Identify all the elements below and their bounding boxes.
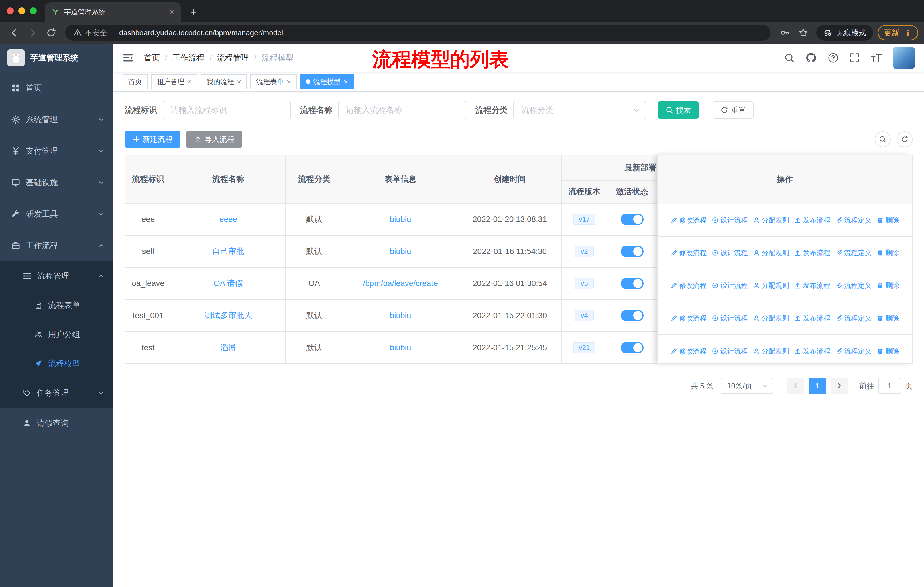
active-toggle[interactable] bbox=[621, 342, 644, 354]
sidebar-item-process-model[interactable]: 流程模型 bbox=[0, 349, 114, 378]
modify-process-link[interactable]: 修改流程 bbox=[670, 215, 706, 225]
modify-process-link[interactable]: 修改流程 bbox=[670, 248, 706, 257]
modify-process-link[interactable]: 修改流程 bbox=[670, 347, 706, 356]
sidebar-item-workflow[interactable]: 工作流程 bbox=[0, 230, 114, 261]
modify-process-link[interactable]: 修改流程 bbox=[670, 314, 706, 323]
form-info-link[interactable]: biubiu bbox=[390, 247, 411, 256]
publish-process-link[interactable]: 发布流程 bbox=[794, 347, 830, 356]
category-select[interactable]: 流程分类 bbox=[513, 101, 646, 119]
search-icon[interactable] bbox=[784, 53, 795, 63]
browser-menu-icon[interactable]: ⋮ bbox=[904, 28, 912, 38]
close-icon[interactable]: × bbox=[286, 78, 291, 85]
process-definition-link[interactable]: 流程定义 bbox=[835, 314, 871, 323]
sidebar-item-payment[interactable]: 支付管理 bbox=[0, 135, 114, 167]
process-name-link[interactable]: eeee bbox=[219, 215, 237, 223]
breadcrumb-home[interactable]: 首页 bbox=[144, 53, 160, 63]
tag-tenant-management[interactable]: 租户管理 × bbox=[151, 74, 197, 89]
page-size-select[interactable]: 10条/页 bbox=[721, 378, 773, 394]
page-number-button[interactable]: 1 bbox=[809, 378, 826, 394]
process-name-input[interactable] bbox=[338, 101, 466, 119]
fullscreen-icon[interactable] bbox=[850, 53, 860, 63]
assign-rule-link[interactable]: 分配规则 bbox=[753, 215, 789, 225]
active-toggle[interactable] bbox=[621, 278, 644, 289]
sidebar-item-infrastructure[interactable]: 基础设施 bbox=[0, 167, 114, 198]
close-icon[interactable]: × bbox=[187, 78, 191, 85]
create-process-button[interactable]: 新建流程 bbox=[125, 131, 180, 148]
process-name-link[interactable]: 测试多审批人 bbox=[204, 311, 252, 320]
active-toggle[interactable] bbox=[621, 246, 644, 257]
user-avatar[interactable] bbox=[893, 47, 915, 69]
font-size-icon[interactable] bbox=[871, 53, 882, 63]
form-info-link[interactable]: biubiu bbox=[390, 343, 411, 352]
delete-link[interactable]: 删除 bbox=[877, 347, 899, 356]
reset-button[interactable]: 重置 bbox=[713, 101, 754, 119]
design-process-link[interactable]: 设计流程 bbox=[712, 314, 748, 323]
process-id-input[interactable] bbox=[163, 101, 291, 119]
sidebar-item-user-group[interactable]: 用户分组 bbox=[0, 320, 114, 349]
assign-rule-link[interactable]: 分配规则 bbox=[753, 347, 789, 356]
process-definition-link[interactable]: 流程定义 bbox=[835, 347, 871, 356]
sidebar-item-leave-query[interactable]: 请假查询 bbox=[0, 408, 114, 439]
publish-process-link[interactable]: 发布流程 bbox=[794, 248, 830, 257]
process-definition-link[interactable]: 流程定义 bbox=[835, 215, 871, 225]
active-toggle[interactable] bbox=[621, 310, 644, 321]
publish-process-link[interactable]: 发布流程 bbox=[794, 314, 830, 323]
assign-rule-link[interactable]: 分配规则 bbox=[753, 314, 789, 323]
process-definition-link[interactable]: 流程定义 bbox=[835, 281, 871, 290]
minimize-window-button[interactable] bbox=[18, 7, 25, 14]
modify-process-link[interactable]: 修改流程 bbox=[670, 281, 706, 290]
address-bar[interactable]: 不安全 dashboard.yudao.iocoder.cn/bpm/manag… bbox=[65, 25, 771, 41]
sidebar-item-process-form[interactable]: 流程表单 bbox=[0, 291, 114, 320]
sidebar-item-devtools[interactable]: 研发工具 bbox=[0, 198, 114, 230]
back-icon[interactable] bbox=[6, 24, 23, 41]
browser-tab[interactable]: 芋道管理系统 × bbox=[45, 2, 181, 22]
maximize-window-button[interactable] bbox=[30, 7, 37, 14]
toggle-search-icon[interactable] bbox=[875, 131, 891, 147]
tag-process-form[interactable]: 流程表单 × bbox=[250, 74, 297, 89]
sidebar-item-system[interactable]: 系统管理 bbox=[0, 104, 114, 135]
active-toggle[interactable] bbox=[621, 213, 644, 225]
new-tab-button[interactable]: + bbox=[186, 4, 201, 20]
collapse-sidebar-icon[interactable] bbox=[122, 53, 134, 63]
design-process-link[interactable]: 设计流程 bbox=[712, 248, 748, 257]
refresh-table-icon[interactable] bbox=[896, 131, 912, 147]
assign-rule-link[interactable]: 分配规则 bbox=[753, 248, 789, 257]
process-name-link[interactable]: OA 请假 bbox=[214, 279, 243, 288]
tag-process-model[interactable]: 流程模型 × bbox=[300, 74, 354, 89]
publish-process-link[interactable]: 发布流程 bbox=[794, 281, 830, 290]
form-info-link[interactable]: /bpm/oa/leave/create bbox=[363, 279, 438, 288]
form-info-link[interactable]: biubiu bbox=[390, 215, 411, 223]
tab-close-icon[interactable]: × bbox=[170, 7, 174, 17]
process-definition-link[interactable]: 流程定义 bbox=[835, 248, 871, 257]
design-process-link[interactable]: 设计流程 bbox=[712, 281, 748, 290]
search-button[interactable]: 搜索 bbox=[658, 101, 699, 119]
design-process-link[interactable]: 设计流程 bbox=[712, 347, 748, 356]
tag-my-process[interactable]: 我的流程 × bbox=[201, 74, 247, 89]
sidebar-item-task-management[interactable]: 任务管理 bbox=[0, 378, 114, 408]
import-process-button[interactable]: 导入流程 bbox=[186, 131, 242, 148]
security-status[interactable]: 不安全 bbox=[73, 28, 107, 38]
process-name-link[interactable]: 自己审批 bbox=[212, 247, 244, 256]
delete-link[interactable]: 删除 bbox=[877, 281, 899, 290]
delete-link[interactable]: 删除 bbox=[877, 215, 899, 225]
breadcrumb-workflow[interactable]: 工作流程 bbox=[172, 53, 205, 63]
publish-process-link[interactable]: 发布流程 bbox=[794, 215, 830, 225]
key-icon[interactable] bbox=[776, 24, 794, 41]
process-name-link[interactable]: 滔博 bbox=[220, 343, 236, 352]
reload-icon[interactable] bbox=[42, 24, 59, 41]
tag-home[interactable]: 首页 bbox=[122, 74, 148, 89]
design-process-link[interactable]: 设计流程 bbox=[712, 215, 748, 225]
prev-page-button[interactable] bbox=[787, 378, 804, 394]
form-info-link[interactable]: biubiu bbox=[390, 311, 411, 320]
sidebar-item-process-management[interactable]: 流程管理 bbox=[0, 261, 114, 291]
assign-rule-link[interactable]: 分配规则 bbox=[753, 281, 789, 290]
close-window-button[interactable] bbox=[7, 7, 14, 14]
close-icon[interactable]: × bbox=[237, 78, 241, 85]
close-icon[interactable]: × bbox=[344, 78, 348, 85]
breadcrumb-process-management[interactable]: 流程管理 bbox=[217, 53, 249, 63]
delete-link[interactable]: 删除 bbox=[877, 248, 899, 257]
bookmark-star-icon[interactable] bbox=[795, 24, 812, 41]
goto-page-input[interactable] bbox=[878, 378, 901, 394]
github-icon[interactable] bbox=[805, 52, 817, 64]
help-icon[interactable] bbox=[828, 53, 839, 63]
